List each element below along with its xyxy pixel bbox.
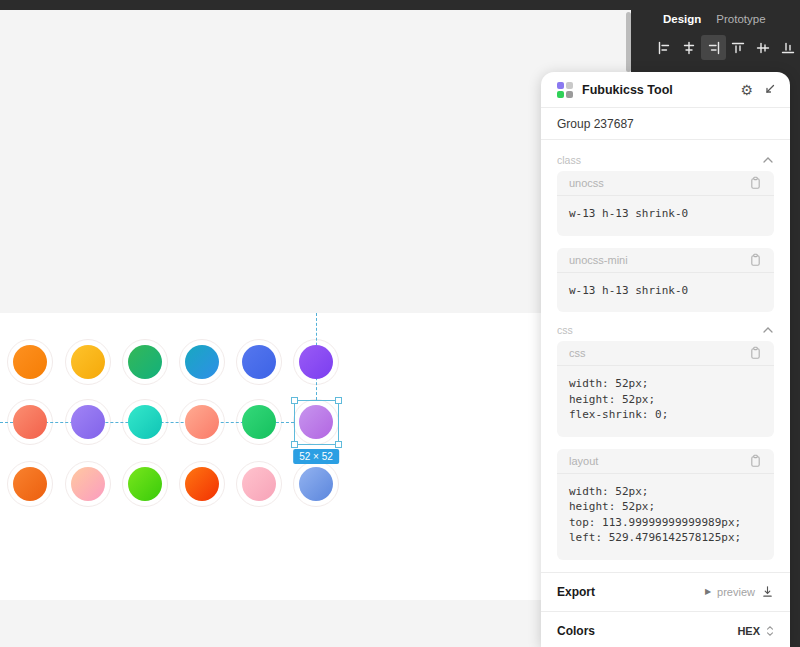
tab-prototype[interactable]: Prototype	[716, 13, 765, 25]
class-section-header: class	[557, 154, 774, 166]
selection-handle-bottom-left[interactable]	[291, 441, 298, 448]
card-code[interactable]: w-13 h-13 shrink-0	[557, 196, 774, 236]
sort-updown-icon[interactable]	[766, 625, 774, 637]
color-circle[interactable]	[293, 461, 339, 507]
copy-icon[interactable]	[749, 346, 762, 360]
color-circle[interactable]	[179, 399, 225, 445]
selection-box	[294, 400, 339, 445]
selection-handle-top-left[interactable]	[291, 397, 298, 404]
color-circle[interactable]	[122, 461, 168, 507]
color-dot	[128, 467, 162, 501]
color-dot	[185, 467, 219, 501]
plugin-header[interactable]: Fubukicss Tool ⚙	[541, 72, 790, 108]
class-section-label: class	[557, 154, 581, 166]
card-label: unocss	[569, 177, 604, 189]
plugin-title: Fubukicss Tool	[582, 83, 740, 97]
card-label: layout	[569, 455, 598, 467]
align-horizontal-centers-icon[interactable]	[677, 35, 702, 60]
color-circle[interactable]	[122, 339, 168, 385]
collapse-icon[interactable]	[763, 83, 776, 96]
inspector-tabs: Design Prototype	[631, 0, 800, 25]
color-circle[interactable]	[65, 399, 111, 445]
color-dot	[299, 345, 333, 379]
copy-icon[interactable]	[749, 454, 762, 468]
gear-icon[interactable]: ⚙	[740, 83, 753, 97]
export-label: Export	[557, 585, 595, 599]
fubukicss-logo-icon	[557, 82, 573, 98]
selection-handle-top-right[interactable]	[335, 397, 342, 404]
color-circle[interactable]	[179, 339, 225, 385]
color-dot	[128, 345, 162, 379]
selection-handle-bottom-right[interactable]	[335, 441, 342, 448]
unocss-mini-card: unocss-mini w-13 h-13 shrink-0	[557, 248, 774, 313]
color-dot	[242, 405, 276, 439]
selected-layer-name[interactable]: Group 237687	[541, 108, 790, 140]
color-circle[interactable]	[7, 399, 53, 445]
color-dot	[128, 405, 162, 439]
export-row: Export ▶ preview	[541, 572, 790, 611]
colors-row: Colors HEX	[541, 611, 790, 647]
chevron-up-icon[interactable]	[762, 156, 774, 164]
align-top-icon[interactable]	[726, 35, 751, 60]
tab-design[interactable]: Design	[663, 13, 701, 25]
color-circle[interactable]	[65, 339, 111, 385]
css-card: css width: 52px; height: 52px; flex-shri…	[557, 341, 774, 437]
fubukicss-plugin-panel: Fubukicss Tool ⚙ Group 237687 class unoc…	[541, 72, 790, 647]
css-section-label: css	[557, 324, 573, 336]
copy-icon[interactable]	[749, 253, 762, 267]
color-dot	[71, 345, 105, 379]
color-circle[interactable]	[179, 461, 225, 507]
color-circle[interactable]	[7, 461, 53, 507]
export-preview-button[interactable]: preview	[717, 586, 755, 598]
card-code[interactable]: width: 52px; height: 52px; flex-shrink: …	[557, 366, 774, 437]
canvas-scrollbar[interactable]	[626, 12, 631, 72]
color-circle[interactable]	[122, 399, 168, 445]
unocss-card: unocss w-13 h-13 shrink-0	[557, 171, 774, 236]
color-dot	[71, 467, 105, 501]
color-circle[interactable]	[236, 339, 282, 385]
card-label: unocss-mini	[569, 254, 628, 266]
align-right-icon[interactable]	[701, 35, 726, 60]
color-circle[interactable]	[7, 339, 53, 385]
color-dot	[299, 467, 333, 501]
color-format-select[interactable]: HEX	[737, 625, 760, 637]
align-left-icon[interactable]	[652, 35, 677, 60]
color-circle[interactable]	[293, 339, 339, 385]
align-vertical-centers-icon[interactable]	[751, 35, 776, 60]
color-dot	[71, 405, 105, 439]
color-circle[interactable]	[65, 461, 111, 507]
css-section-header: css	[557, 324, 774, 336]
color-dot	[242, 467, 276, 501]
design-canvas[interactable]: 52 × 52	[0, 10, 632, 647]
card-label: css	[569, 347, 586, 359]
color-circle[interactable]	[236, 461, 282, 507]
color-dot	[13, 467, 47, 501]
plugin-body: class unocss w-13 h-13 shrink-0 unocss-m…	[541, 140, 790, 572]
colors-label: Colors	[557, 624, 595, 638]
color-circle[interactable]	[236, 399, 282, 445]
download-icon[interactable]	[761, 585, 774, 598]
play-icon[interactable]: ▶	[705, 587, 711, 596]
copy-icon[interactable]	[749, 176, 762, 190]
color-dot	[13, 345, 47, 379]
color-dot	[185, 345, 219, 379]
color-dot	[13, 405, 47, 439]
color-dot	[185, 405, 219, 439]
align-bottom-icon[interactable]	[775, 35, 800, 60]
alignment-toolbar	[631, 35, 800, 60]
card-code[interactable]: w-13 h-13 shrink-0	[557, 273, 774, 313]
color-dot	[242, 345, 276, 379]
chevron-up-icon[interactable]	[762, 326, 774, 334]
selection-size-badge: 52 × 52	[293, 449, 339, 464]
layout-card: layout width: 52px; height: 52px; top: 1…	[557, 449, 774, 560]
card-code[interactable]: width: 52px; height: 52px; top: 113.9999…	[557, 474, 774, 560]
